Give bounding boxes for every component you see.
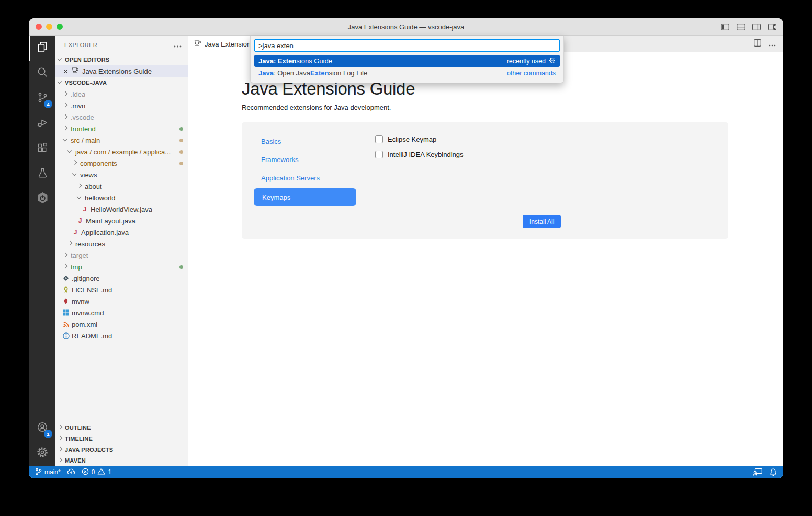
more-actions-icon[interactable]: [174, 40, 182, 50]
spring-boot-icon: [36, 191, 49, 207]
tree-item-mvnw[interactable]: mvnw: [55, 295, 188, 307]
intellij-keybindings-checkbox[interactable]: [375, 151, 383, 158]
accounts-badge: 1: [44, 430, 52, 438]
cloud-upload-icon: [67, 468, 75, 476]
eclipse-keymap-checkbox[interactable]: [375, 135, 383, 143]
tree-item-mvnw-cmd[interactable]: mvnw.cmd: [55, 307, 188, 318]
activity-accounts[interactable]: 1: [29, 416, 55, 441]
source-control-badge: 4: [44, 100, 52, 108]
run-debug-icon: [37, 117, 49, 131]
tree-item-mainlayout[interactable]: JMainLayout.java: [55, 215, 188, 226]
panel-tab-frameworks[interactable]: Frameworks: [261, 156, 299, 164]
tree-item-gitignore[interactable]: .gitignore: [55, 272, 188, 284]
git-status-dot: [179, 139, 183, 142]
chevron-down-icon: [72, 171, 78, 178]
tree-item-helloworld[interactable]: helloworld: [55, 192, 188, 203]
tree-item-src-main[interactable]: src / main: [55, 134, 188, 146]
titlebar: Java Extensions Guide — vscode-java: [29, 18, 783, 36]
tree-item-license[interactable]: LICENSE.md: [55, 284, 188, 295]
toggle-panel-icon[interactable]: [737, 24, 745, 30]
tree-item-helloworldview[interactable]: JHelloWorldView.java: [55, 203, 188, 215]
page-subtitle: Recommended extensions for Java developm…: [242, 104, 783, 111]
tree-item-mvn[interactable]: .mvn: [55, 100, 188, 111]
chevron-down-icon: [62, 137, 69, 143]
java-file-icon: J: [81, 205, 88, 213]
tree-item-readme[interactable]: README.md: [55, 330, 188, 341]
tree-item-components[interactable]: components: [55, 157, 188, 169]
warnings-count: 1: [108, 468, 111, 476]
toggle-sidebar-icon[interactable]: [721, 24, 729, 30]
activity-search[interactable]: [29, 61, 55, 86]
activity-spring-boot[interactable]: [29, 186, 55, 211]
tree-item-frontend[interactable]: frontend: [55, 123, 188, 134]
file-tree: .idea .mvn .vscode frontend src / main j…: [55, 88, 188, 341]
chevron-right-icon: [76, 183, 83, 189]
tree-item-idea[interactable]: .idea: [55, 88, 188, 100]
panel-tab-basics[interactable]: Basics: [261, 137, 281, 145]
activity-explorer[interactable]: [29, 36, 55, 61]
sync-status-item[interactable]: [67, 468, 75, 476]
section-outline[interactable]: OUTLINE: [55, 422, 188, 433]
windows-file-icon: [62, 309, 70, 316]
problems-status-item[interactable]: 0 1: [82, 468, 111, 477]
extensions-icon: [37, 142, 49, 156]
activity-run-debug[interactable]: [29, 111, 55, 136]
configure-keybinding-gear-icon[interactable]: [549, 57, 556, 65]
explorer-sidebar: EXPLORER OPEN EDITORS Java Extensions Gu…: [55, 36, 188, 466]
xml-file-icon: [62, 320, 70, 328]
chevron-down-icon: [57, 56, 63, 63]
command-palette-input[interactable]: [254, 39, 560, 52]
search-icon: [37, 66, 49, 81]
open-editors-header[interactable]: OPEN EDITORS: [55, 54, 188, 65]
feedback-icon[interactable]: [753, 468, 762, 476]
screen-background: Java Extensions Guide — vscode-java 4: [0, 0, 812, 516]
tree-item-target[interactable]: target: [55, 249, 188, 261]
recently-used-label: recently used: [507, 58, 546, 65]
activity-settings[interactable]: [29, 441, 55, 466]
tree-item-views[interactable]: views: [55, 169, 188, 180]
activity-testing[interactable]: [29, 161, 55, 186]
files-icon: [36, 41, 49, 55]
tree-item-resources[interactable]: resources: [55, 238, 188, 249]
command-item-open-log-file[interactable]: Java: Open Java Extension Log File other…: [254, 67, 560, 79]
extensions-guide-page: Java Extensions Guide Recommended extens…: [188, 52, 783, 466]
chevron-right-icon: [62, 263, 69, 270]
command-palette-results: Java: Extensions Guide recently used Jav…: [254, 55, 560, 79]
warnings-icon: [97, 468, 105, 476]
activity-source-control[interactable]: 4: [29, 86, 55, 111]
install-all-button[interactable]: Install All: [523, 215, 561, 228]
java-cup-icon: [194, 39, 201, 49]
chevron-right-icon: [57, 457, 63, 464]
tree-item-pom[interactable]: pom.xml: [55, 318, 188, 330]
chevron-right-icon: [62, 125, 69, 132]
panel-tab-application-servers[interactable]: Application Servers: [261, 174, 320, 182]
more-actions-icon[interactable]: [769, 39, 776, 49]
chevron-right-icon: [72, 160, 78, 166]
sidebar-bottom-sections: OUTLINE TIMELINE JAVA PROJECTS MAVEN: [55, 422, 188, 466]
chevron-down-icon: [57, 79, 63, 86]
close-icon[interactable]: [63, 66, 68, 76]
section-java-projects[interactable]: JAVA PROJECTS: [55, 444, 188, 455]
command-item-extensions-guide[interactable]: Java: Extensions Guide recently used: [254, 55, 560, 67]
window-title: Java Extensions Guide — vscode-java: [29, 23, 783, 31]
section-maven[interactable]: MAVEN: [55, 455, 188, 466]
tree-item-vscode[interactable]: .vscode: [55, 111, 188, 123]
tree-item-tmp[interactable]: tmp: [55, 261, 188, 272]
project-root-header[interactable]: VSCODE-JAVA: [55, 77, 188, 88]
java-file-icon: J: [72, 228, 79, 236]
customize-layout-icon[interactable]: [768, 24, 776, 30]
tree-item-about[interactable]: about: [55, 180, 188, 192]
section-timeline[interactable]: TIMELINE: [55, 433, 188, 444]
notifications-bell-icon[interactable]: [770, 468, 777, 476]
status-bar: main* 0 1: [29, 466, 783, 478]
chevron-right-icon: [62, 102, 69, 109]
open-editor-item[interactable]: Java Extensions Guide: [55, 65, 188, 77]
tree-item-application[interactable]: JApplication.java: [55, 226, 188, 238]
tree-item-java-package[interactable]: java / com / example / applica...: [55, 146, 188, 157]
panel-tab-keymaps[interactable]: Keymaps: [254, 188, 356, 206]
chevron-right-icon: [57, 425, 63, 431]
split-editor-icon[interactable]: [754, 39, 761, 49]
branch-status-item[interactable]: main*: [35, 468, 61, 477]
activity-extensions[interactable]: [29, 136, 55, 161]
toggle-secondary-sidebar-icon[interactable]: [752, 24, 761, 30]
